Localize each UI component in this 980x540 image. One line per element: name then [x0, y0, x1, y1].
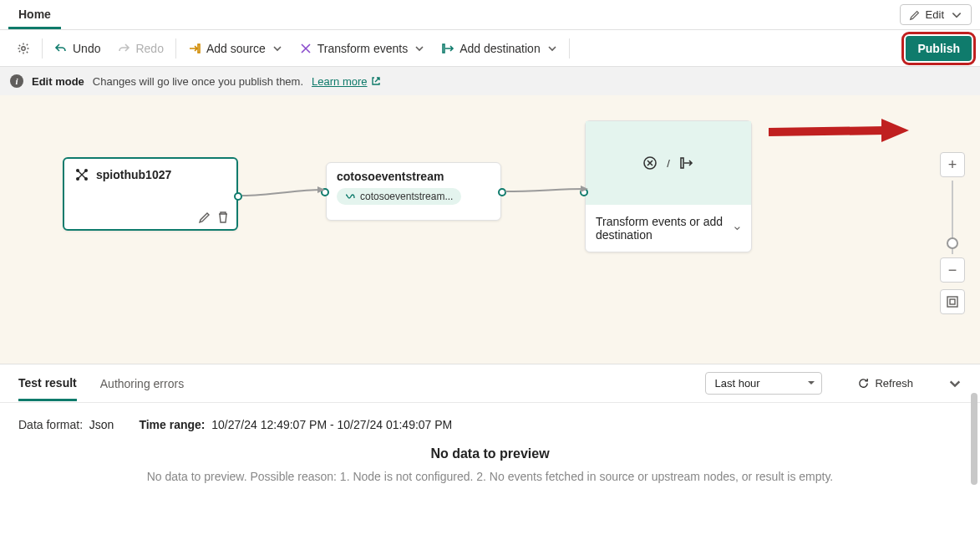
transform-label: Transform events [317, 42, 408, 55]
add-source-icon [188, 42, 201, 55]
no-data-title: No data to preview [18, 446, 962, 461]
settings-button[interactable] [8, 37, 38, 60]
add-source-label: Add source [206, 42, 266, 55]
svg-point-0 [22, 46, 25, 49]
dest-icon-area: / [586, 121, 751, 205]
edit-label: Edit [926, 8, 944, 21]
scrollbar[interactable] [968, 368, 980, 535]
mode-label: Edit mode [32, 75, 84, 88]
canvas[interactable]: spiothub1027 cotosoeventstream cotosoeve… [0, 95, 980, 364]
undo-button[interactable]: Undo [46, 37, 109, 60]
learn-more-link[interactable]: Learn more [312, 75, 380, 88]
chevron-down-icon [547, 43, 557, 53]
node-stream[interactable]: cotosoeventstream cotosoeventstream... [326, 162, 501, 221]
chevron-down-icon [272, 43, 282, 53]
separator [569, 38, 570, 59]
chevron-down-icon[interactable] [734, 223, 741, 233]
transform-icon [299, 42, 312, 55]
chevron-down-icon[interactable] [948, 377, 962, 390]
data-format-label: Data format: [18, 418, 83, 431]
separator [175, 38, 176, 59]
zoom-out-button[interactable]: − [940, 257, 965, 283]
refresh-button[interactable]: Refresh [857, 377, 913, 390]
time-range-value: 10/27/24 12:49:07 PM - 10/27/24 01:49:07… [211, 418, 452, 431]
dest-label: Transform events or add destination [596, 215, 732, 242]
redo-icon [117, 42, 130, 55]
transform-events-button[interactable]: Transform events [291, 37, 433, 60]
info-bar: i Edit mode Changes will go live once yo… [0, 67, 980, 95]
stream-pill-label: cotosoeventstream... [360, 191, 453, 202]
fit-to-screen-button[interactable] [940, 289, 965, 314]
node-source-title: spiothub1027 [96, 168, 171, 181]
iot-hub-icon [74, 167, 89, 182]
learn-more-label: Learn more [312, 75, 367, 88]
slash: / [667, 157, 670, 170]
zoom-slider[interactable] [952, 181, 953, 254]
caret-down-icon [951, 9, 962, 21]
svg-rect-1 [198, 44, 200, 53]
info-icon: i [10, 74, 23, 88]
svg-rect-2 [443, 44, 444, 53]
add-destination-icon [441, 42, 454, 55]
node-stream-title: cotosoeventstream [337, 170, 490, 183]
pencil-icon [909, 9, 921, 21]
zoom-handle[interactable] [947, 237, 958, 249]
refresh-label: Refresh [875, 377, 913, 390]
annotation-arrow [769, 119, 911, 145]
input-port[interactable] [321, 188, 329, 196]
tab-test-result[interactable]: Test result [18, 366, 77, 401]
undo-label: Undo [73, 42, 100, 55]
tab-authoring-errors[interactable]: Authoring errors [100, 367, 184, 400]
refresh-icon [857, 377, 870, 390]
scrollbar-thumb[interactable] [971, 393, 977, 485]
input-port[interactable] [580, 188, 588, 196]
node-source[interactable]: spiothub1027 [63, 157, 238, 231]
data-format-value: Json [89, 418, 114, 431]
gear-icon [17, 42, 30, 55]
svg-rect-8 [681, 158, 683, 168]
add-source-button[interactable]: Add source [180, 37, 291, 60]
transform-circle-icon [642, 155, 658, 171]
add-destination-button[interactable]: Add destination [433, 37, 566, 60]
no-data-message: No data to preview. Possible reason: 1. … [18, 470, 962, 483]
time-range-label: Time range: [139, 418, 205, 431]
output-port[interactable] [234, 192, 242, 201]
panel-body: Data format: Json Time range: 10/27/24 1… [0, 403, 980, 498]
destination-arrow-icon [678, 155, 695, 171]
external-link-icon [371, 76, 381, 86]
redo-button[interactable]: Redo [109, 37, 171, 60]
stream-pill: cotosoeventstream... [337, 188, 461, 205]
edge-1 [238, 183, 330, 208]
svg-rect-10 [950, 299, 955, 304]
tab-home[interactable]: Home [8, 1, 61, 29]
edit-button[interactable]: Edit [900, 4, 972, 25]
chevron-down-icon [414, 43, 424, 53]
edit-node-icon[interactable] [198, 211, 211, 224]
redo-label: Redo [135, 42, 163, 55]
separator [42, 38, 43, 59]
add-destination-label: Add destination [460, 42, 541, 55]
info-message: Changes will go live once you publish th… [93, 75, 303, 88]
undo-icon [54, 42, 68, 55]
svg-rect-9 [947, 297, 957, 307]
delete-node-icon[interactable] [216, 211, 230, 224]
output-port[interactable] [498, 188, 506, 196]
publish-button[interactable]: Publish [906, 36, 972, 61]
stream-icon [345, 191, 355, 201]
node-destination[interactable]: / Transform events or add destination [585, 120, 752, 252]
fit-icon [946, 295, 959, 308]
time-range-select[interactable]: Last hour [705, 372, 822, 395]
zoom-in-button[interactable]: + [940, 152, 965, 177]
